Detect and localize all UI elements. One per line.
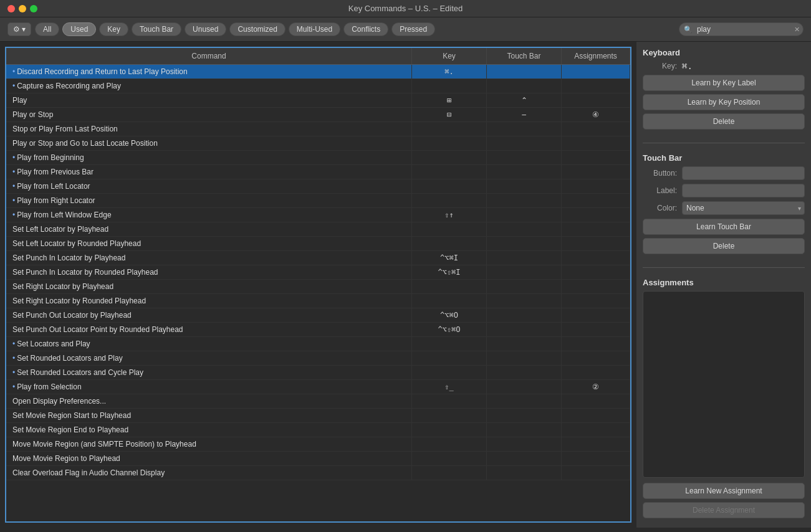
search-clear-icon[interactable]: ✕ (794, 26, 800, 34)
table-row[interactable]: •Play from Right Locator (6, 194, 630, 208)
touchbar-section: Touch Bar Button: Label: Color: NoneRedO… (643, 153, 805, 257)
delete-key-button[interactable]: Delete (643, 113, 805, 130)
assignments-box (643, 291, 805, 478)
search-input[interactable] (679, 22, 804, 36)
table-header: Command Key Touch Bar Assignments (6, 48, 630, 65)
cell-command: •Set Locators and Play (6, 337, 412, 351)
table-row[interactable]: Set Movie Region Start to Playhead (6, 409, 630, 423)
cell-key (412, 179, 487, 193)
keyboard-section: Keyboard Key: ⌘. Learn by Key Label Lear… (643, 48, 805, 133)
cell-command: Set Punch Out Locator by Playhead (6, 308, 412, 322)
label-input[interactable] (682, 184, 805, 197)
assignment-buttons: Learn New Assignment Delete Assignment (643, 483, 805, 521)
window-title: Key Commands – U.S. – Edited (348, 4, 463, 13)
table-row[interactable]: Set Movie Region End to Playhead (6, 423, 630, 437)
table-row[interactable]: Set Right Locator by Playhead (6, 280, 630, 294)
cell-touchbar (487, 179, 562, 193)
learn-touch-bar-button[interactable]: Learn Touch Bar (643, 219, 805, 235)
button-row: Button: (643, 166, 805, 180)
cell-key (412, 423, 487, 437)
table-row[interactable]: Set Punch In Locator by Playhead^⌥⌘I (6, 251, 630, 265)
filter-btn-conflicts[interactable]: Conflicts (343, 22, 388, 36)
cell-assignments (562, 136, 630, 150)
table-row[interactable]: Set Right Locator by Rounded Playhead (6, 294, 630, 308)
cell-assignments (562, 194, 630, 207)
key-value: ⌘. (682, 61, 693, 71)
cell-assignments (562, 179, 630, 193)
cell-key (412, 452, 487, 465)
table-row[interactable]: Set Punch In Locator by Rounded Playhead… (6, 265, 630, 280)
table-row[interactable]: Move Movie Region (and SMPTE Position) t… (6, 437, 630, 452)
cell-command: Open Display Preferences... (6, 394, 412, 408)
cell-key: ⌘. (412, 65, 487, 78)
cell-assignments (562, 409, 630, 422)
cell-assignments (562, 79, 630, 93)
button-input[interactable] (682, 166, 805, 180)
table-row[interactable]: Clear Overload Flag in Audio Channel Dis… (6, 466, 630, 480)
delete-touchbar-button[interactable]: Delete (643, 238, 805, 254)
table-row[interactable]: •Set Rounded Locators and Play (6, 351, 630, 366)
cell-assignments (562, 122, 630, 136)
table-row[interactable]: Set Left Locator by Playhead (6, 222, 630, 237)
table-row[interactable]: Set Left Locator by Rounded Playhead (6, 237, 630, 251)
table-row[interactable]: •Capture as Recording and Play (6, 79, 630, 93)
table-row[interactable]: Set Punch Out Locator by Playhead^⌥⌘O (6, 308, 630, 323)
table-row[interactable]: Play⊞⌃ (6, 93, 630, 108)
table-row[interactable]: •Set Rounded Locators and Cycle Play (6, 366, 630, 380)
table-row[interactable]: •Play from Left Locator (6, 179, 630, 194)
cell-touchbar (487, 265, 562, 279)
cell-assignments (562, 351, 630, 365)
button-label: Button: (643, 169, 677, 178)
table-row[interactable]: Play or Stop and Go to Last Locate Posit… (6, 136, 630, 151)
maximize-button[interactable] (30, 5, 37, 12)
filter-btn-multi-used[interactable]: Multi-Used (289, 22, 340, 36)
cell-touchbar (487, 394, 562, 408)
table-row[interactable]: •Play from Previous Bar (6, 165, 630, 179)
filter-btn-key[interactable]: Key (99, 22, 128, 36)
color-row: Color: NoneRedOrangeYellowGreenBluePurpl… (643, 201, 805, 215)
cell-key (412, 337, 487, 351)
table-row[interactable]: Stop or Play From Last Position (6, 122, 630, 136)
keyboard-divider (643, 143, 805, 143)
table-row[interactable]: Move Movie Region to Playhead (6, 452, 630, 466)
cell-key: ⊞ (412, 93, 487, 107)
table-row[interactable]: •Play from Left Window Edge⇧↑ (6, 208, 630, 222)
table-row[interactable]: •Play from Beginning (6, 151, 630, 165)
cell-assignments: ② (562, 380, 630, 394)
cell-assignments (562, 394, 630, 408)
table-row[interactable]: •Play from Selection⇧_② (6, 380, 630, 394)
learn-new-assignment-button[interactable]: Learn New Assignment (643, 483, 805, 499)
keyboard-title: Keyboard (643, 48, 805, 57)
table-row[interactable]: •Discard Recording and Return to Last Pl… (6, 65, 630, 79)
filter-btn-unused[interactable]: Unused (185, 22, 226, 36)
filter-btn-used[interactable]: Used (62, 22, 96, 36)
delete-assignment-button[interactable]: Delete Assignment (643, 502, 805, 518)
cell-command: Move Movie Region (and SMPTE Position) t… (6, 437, 412, 451)
column-command: Command (6, 48, 412, 64)
learn-by-key-position-button[interactable]: Learn by Key Position (643, 94, 805, 110)
key-label: Key: (643, 62, 677, 70)
filter-btn-all[interactable]: All (35, 22, 59, 36)
cell-command: •Set Rounded Locators and Cycle Play (6, 366, 412, 379)
table-row[interactable]: •Set Locators and Play (6, 337, 630, 351)
command-table[interactable]: Command Key Touch Bar Assignments •Disca… (5, 47, 631, 523)
learn-by-key-label-button[interactable]: Learn by Key Label (643, 75, 805, 91)
search-box: 🔍 ✕ (679, 22, 804, 36)
cell-key (412, 222, 487, 236)
filter-btn-pressed[interactable]: Pressed (391, 22, 435, 36)
cell-touchbar (487, 351, 562, 365)
close-button[interactable] (7, 5, 15, 12)
gear-button[interactable]: ⚙ ▾ (7, 22, 31, 36)
cell-assignments (562, 222, 630, 236)
minimize-button[interactable] (19, 5, 26, 12)
filter-btn-customized[interactable]: Customized (229, 22, 285, 36)
table-row[interactable]: Open Display Preferences... (6, 394, 630, 409)
cell-command: •Play from Beginning (6, 151, 412, 164)
cell-command: Set Right Locator by Rounded Playhead (6, 294, 412, 308)
filter-btn-touchbar[interactable]: Touch Bar (132, 22, 181, 36)
table-row[interactable]: Play or Stop⊟–④ (6, 108, 630, 122)
color-select[interactable]: NoneRedOrangeYellowGreenBluePurple (682, 201, 805, 215)
cell-assignments (562, 437, 630, 451)
cell-command: •Play from Left Locator (6, 179, 412, 193)
table-row[interactable]: Set Punch Out Locator Point by Rounded P… (6, 323, 630, 337)
